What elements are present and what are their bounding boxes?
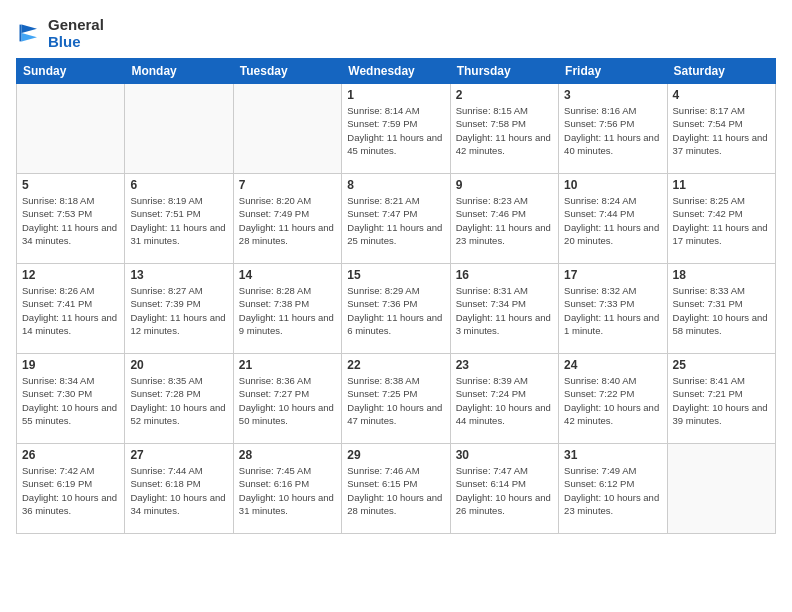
calendar-cell: 31Sunrise: 7:49 AM Sunset: 6:12 PM Dayli… (559, 444, 667, 534)
calendar-day-header: Sunday (17, 59, 125, 84)
calendar-week-row: 12Sunrise: 8:26 AM Sunset: 7:41 PM Dayli… (17, 264, 776, 354)
day-info: Sunrise: 7:42 AM Sunset: 6:19 PM Dayligh… (22, 464, 119, 517)
calendar-cell: 12Sunrise: 8:26 AM Sunset: 7:41 PM Dayli… (17, 264, 125, 354)
calendar-cell: 11Sunrise: 8:25 AM Sunset: 7:42 PM Dayli… (667, 174, 775, 264)
day-info: Sunrise: 8:41 AM Sunset: 7:21 PM Dayligh… (673, 374, 770, 427)
day-info: Sunrise: 8:29 AM Sunset: 7:36 PM Dayligh… (347, 284, 444, 337)
day-number: 17 (564, 268, 661, 282)
svg-rect-1 (20, 25, 22, 42)
calendar-day-header: Friday (559, 59, 667, 84)
calendar-cell: 29Sunrise: 7:46 AM Sunset: 6:15 PM Dayli… (342, 444, 450, 534)
day-info: Sunrise: 8:28 AM Sunset: 7:38 PM Dayligh… (239, 284, 336, 337)
calendar-cell: 23Sunrise: 8:39 AM Sunset: 7:24 PM Dayli… (450, 354, 558, 444)
day-number: 14 (239, 268, 336, 282)
calendar-week-row: 1Sunrise: 8:14 AM Sunset: 7:59 PM Daylig… (17, 84, 776, 174)
day-info: Sunrise: 8:15 AM Sunset: 7:58 PM Dayligh… (456, 104, 553, 157)
calendar-cell: 8Sunrise: 8:21 AM Sunset: 7:47 PM Daylig… (342, 174, 450, 264)
day-info: Sunrise: 8:19 AM Sunset: 7:51 PM Dayligh… (130, 194, 227, 247)
calendar-cell (667, 444, 775, 534)
day-number: 5 (22, 178, 119, 192)
day-number: 23 (456, 358, 553, 372)
calendar-cell: 30Sunrise: 7:47 AM Sunset: 6:14 PM Dayli… (450, 444, 558, 534)
day-number: 29 (347, 448, 444, 462)
day-info: Sunrise: 8:32 AM Sunset: 7:33 PM Dayligh… (564, 284, 661, 337)
day-number: 22 (347, 358, 444, 372)
calendar-cell: 20Sunrise: 8:35 AM Sunset: 7:28 PM Dayli… (125, 354, 233, 444)
day-info: Sunrise: 8:27 AM Sunset: 7:39 PM Dayligh… (130, 284, 227, 337)
day-number: 28 (239, 448, 336, 462)
day-info: Sunrise: 7:49 AM Sunset: 6:12 PM Dayligh… (564, 464, 661, 517)
calendar-cell: 17Sunrise: 8:32 AM Sunset: 7:33 PM Dayli… (559, 264, 667, 354)
day-number: 2 (456, 88, 553, 102)
calendar-cell: 21Sunrise: 8:36 AM Sunset: 7:27 PM Dayli… (233, 354, 341, 444)
day-number: 31 (564, 448, 661, 462)
calendar-cell (233, 84, 341, 174)
day-info: Sunrise: 8:36 AM Sunset: 7:27 PM Dayligh… (239, 374, 336, 427)
logo: General Blue (16, 16, 104, 50)
day-number: 10 (564, 178, 661, 192)
day-info: Sunrise: 8:24 AM Sunset: 7:44 PM Dayligh… (564, 194, 661, 247)
day-info: Sunrise: 8:26 AM Sunset: 7:41 PM Dayligh… (22, 284, 119, 337)
calendar-cell: 24Sunrise: 8:40 AM Sunset: 7:22 PM Dayli… (559, 354, 667, 444)
day-number: 1 (347, 88, 444, 102)
calendar-cell: 6Sunrise: 8:19 AM Sunset: 7:51 PM Daylig… (125, 174, 233, 264)
day-number: 12 (22, 268, 119, 282)
calendar-cell: 7Sunrise: 8:20 AM Sunset: 7:49 PM Daylig… (233, 174, 341, 264)
calendar-cell: 10Sunrise: 8:24 AM Sunset: 7:44 PM Dayli… (559, 174, 667, 264)
calendar-day-header: Wednesday (342, 59, 450, 84)
calendar-day-header: Thursday (450, 59, 558, 84)
day-number: 13 (130, 268, 227, 282)
day-number: 7 (239, 178, 336, 192)
calendar-cell: 1Sunrise: 8:14 AM Sunset: 7:59 PM Daylig… (342, 84, 450, 174)
calendar-cell: 25Sunrise: 8:41 AM Sunset: 7:21 PM Dayli… (667, 354, 775, 444)
day-info: Sunrise: 8:21 AM Sunset: 7:47 PM Dayligh… (347, 194, 444, 247)
day-info: Sunrise: 8:34 AM Sunset: 7:30 PM Dayligh… (22, 374, 119, 427)
calendar-cell (17, 84, 125, 174)
day-info: Sunrise: 7:46 AM Sunset: 6:15 PM Dayligh… (347, 464, 444, 517)
day-number: 11 (673, 178, 770, 192)
calendar-week-row: 5Sunrise: 8:18 AM Sunset: 7:53 PM Daylig… (17, 174, 776, 264)
calendar-cell: 18Sunrise: 8:33 AM Sunset: 7:31 PM Dayli… (667, 264, 775, 354)
day-number: 16 (456, 268, 553, 282)
day-number: 6 (130, 178, 227, 192)
day-info: Sunrise: 8:23 AM Sunset: 7:46 PM Dayligh… (456, 194, 553, 247)
day-number: 15 (347, 268, 444, 282)
calendar-cell: 9Sunrise: 8:23 AM Sunset: 7:46 PM Daylig… (450, 174, 558, 264)
day-info: Sunrise: 7:45 AM Sunset: 6:16 PM Dayligh… (239, 464, 336, 517)
day-number: 26 (22, 448, 119, 462)
day-info: Sunrise: 8:20 AM Sunset: 7:49 PM Dayligh… (239, 194, 336, 247)
calendar-header-row: SundayMondayTuesdayWednesdayThursdayFrid… (17, 59, 776, 84)
calendar-cell (125, 84, 233, 174)
calendar-cell: 16Sunrise: 8:31 AM Sunset: 7:34 PM Dayli… (450, 264, 558, 354)
day-number: 25 (673, 358, 770, 372)
calendar-cell: 22Sunrise: 8:38 AM Sunset: 7:25 PM Dayli… (342, 354, 450, 444)
calendar-cell: 19Sunrise: 8:34 AM Sunset: 7:30 PM Dayli… (17, 354, 125, 444)
day-info: Sunrise: 8:39 AM Sunset: 7:24 PM Dayligh… (456, 374, 553, 427)
calendar-cell: 3Sunrise: 8:16 AM Sunset: 7:56 PM Daylig… (559, 84, 667, 174)
day-number: 9 (456, 178, 553, 192)
day-number: 21 (239, 358, 336, 372)
calendar-cell: 15Sunrise: 8:29 AM Sunset: 7:36 PM Dayli… (342, 264, 450, 354)
calendar-week-row: 19Sunrise: 8:34 AM Sunset: 7:30 PM Dayli… (17, 354, 776, 444)
day-number: 24 (564, 358, 661, 372)
calendar-cell: 4Sunrise: 8:17 AM Sunset: 7:54 PM Daylig… (667, 84, 775, 174)
calendar-table: SundayMondayTuesdayWednesdayThursdayFrid… (16, 58, 776, 534)
day-number: 18 (673, 268, 770, 282)
calendar-cell: 5Sunrise: 8:18 AM Sunset: 7:53 PM Daylig… (17, 174, 125, 264)
logo-icon (16, 19, 44, 47)
day-info: Sunrise: 8:33 AM Sunset: 7:31 PM Dayligh… (673, 284, 770, 337)
day-number: 4 (673, 88, 770, 102)
day-info: Sunrise: 7:44 AM Sunset: 6:18 PM Dayligh… (130, 464, 227, 517)
day-info: Sunrise: 8:14 AM Sunset: 7:59 PM Dayligh… (347, 104, 444, 157)
day-number: 27 (130, 448, 227, 462)
day-number: 19 (22, 358, 119, 372)
day-info: Sunrise: 8:40 AM Sunset: 7:22 PM Dayligh… (564, 374, 661, 427)
day-number: 8 (347, 178, 444, 192)
day-info: Sunrise: 8:25 AM Sunset: 7:42 PM Dayligh… (673, 194, 770, 247)
calendar-cell: 26Sunrise: 7:42 AM Sunset: 6:19 PM Dayli… (17, 444, 125, 534)
calendar-week-row: 26Sunrise: 7:42 AM Sunset: 6:19 PM Dayli… (17, 444, 776, 534)
day-number: 20 (130, 358, 227, 372)
day-info: Sunrise: 8:17 AM Sunset: 7:54 PM Dayligh… (673, 104, 770, 157)
calendar-day-header: Tuesday (233, 59, 341, 84)
calendar-cell: 14Sunrise: 8:28 AM Sunset: 7:38 PM Dayli… (233, 264, 341, 354)
